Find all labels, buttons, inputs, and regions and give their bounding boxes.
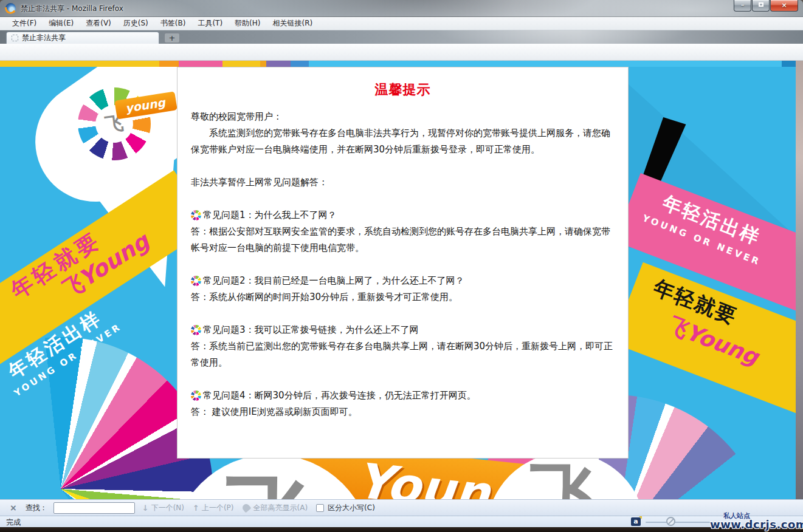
- notice-title: 温馨提示: [191, 81, 615, 99]
- pinwheel-bullet-icon: [191, 390, 201, 401]
- find-next-button[interactable]: 下一个(N): [151, 503, 184, 513]
- find-next-arrow-icon[interactable]: ↓: [142, 503, 149, 513]
- watermark-url: www.dcrjs.com: [710, 518, 803, 531]
- window-title: 禁止非法共享 - Mozilla Firefox: [21, 4, 123, 14]
- menu-help[interactable]: 帮助(H): [229, 17, 266, 30]
- menu-bar: 文件(F) 编辑(E) 查看(V) 历史(S) 书签(B) 工具(T) 帮助(H…: [0, 17, 803, 30]
- highlight-all-button[interactable]: 全部高亮显示(A): [253, 503, 308, 513]
- faq-item: 常见问题4：断网30分钟后，再次拨号连接，仍无法正常打开网页。 答： 建议使用I…: [191, 387, 615, 420]
- faq-item: 常见问题1：为什么我上不了网？ 答：根据公安部对互联网安全监管的要求，系统自动检…: [191, 207, 615, 256]
- page-viewport: 飞 young 年轻就要 飞Young 年轻活出样 YOUNG OR NEVER…: [0, 61, 803, 499]
- menu-file[interactable]: 文件(F): [6, 17, 43, 30]
- highlight-pen-icon[interactable]: [241, 503, 251, 513]
- top-color-stripe: [0, 61, 796, 67]
- notice-panel: 温馨提示 尊敬的校园宽带用户： 系统监测到您的宽带账号存在多台电脑非法共享行为，…: [177, 67, 629, 459]
- faq-item: 常见问题2：我目前已经是一台电脑上网了，为什么还上不了网？ 答：系统从你断网的时…: [191, 273, 615, 305]
- background-photo-strip: [796, 61, 803, 499]
- tab-favicon-placeholder-icon: [12, 35, 18, 41]
- find-prev-button[interactable]: 上一个(P): [202, 503, 234, 513]
- status-bar: 完成 a 私人站点 www.dcrjs.com: [0, 516, 803, 527]
- faq-question: 常见问题4：断网30分钟后，再次拨号连接，仍无法正常打开网页。: [203, 387, 476, 404]
- faq-question: 常见问题1：为什么我上不了网？: [203, 207, 337, 223]
- faq-heading: 非法共享暂停上网常见问题解答：: [191, 174, 615, 191]
- zoom-text-icon[interactable]: a: [631, 517, 641, 526]
- faq-question: 常见问题3：我可以正常拨号链接，为什么还上不了网: [203, 322, 419, 338]
- navigation-bar: ← → http://www.dcrjs.com/ ☆ ▼ ↻ ▼ Google…: [0, 44, 803, 61]
- zoom-slider-track[interactable]: [646, 522, 717, 523]
- menu-history[interactable]: 历史(S): [117, 17, 154, 30]
- greeting-text: 尊敬的校园宽带用户：: [191, 109, 615, 125]
- tab-label: 禁止非法共享: [22, 33, 66, 43]
- minimize-button[interactable]: –: [734, 0, 751, 12]
- faq-answer: 答：系统当前已监测出您的宽带账号存在多台电脑共享上网，请在断网30分钟后，重新拨…: [191, 338, 615, 371]
- match-case-checkbox[interactable]: [316, 504, 324, 512]
- findbar-label: 查找：: [26, 503, 47, 513]
- restore-button[interactable]: [752, 0, 770, 12]
- faq-question: 常见问题2：我目前已经是一台电脑上网了，为什么还上不了网？: [203, 273, 464, 289]
- find-prev-arrow-icon[interactable]: ↑: [193, 503, 199, 513]
- menu-related-links[interactable]: 相关链接(R): [266, 17, 319, 30]
- menu-bookmarks[interactable]: 书签(B): [154, 17, 192, 30]
- title-bar[interactable]: 禁止非法共享 - Mozilla Firefox – ×: [0, 0, 803, 17]
- faq-answer: 答：根据公安部对互联网安全监管的要求，系统自动检测到您的账号存在多台电脑共享上网…: [191, 223, 615, 256]
- window-bottom-edge: [0, 527, 803, 532]
- faq-answer: 答：系统从你断网的时间开始30分钟后，重新拨号才可正常使用。: [191, 289, 615, 305]
- match-case-label[interactable]: 区分大小写(C): [328, 503, 375, 513]
- intro-text: 系统监测到您的宽带账号存在多台电脑非法共享行为，现暂停对你的宽带账号提供上网服务…: [191, 125, 615, 158]
- menu-tools[interactable]: 工具(T): [191, 17, 229, 30]
- faq-answer: 答： 建议使用IE浏览器或刷新页面即可。: [191, 404, 615, 420]
- menu-view[interactable]: 查看(V): [80, 17, 117, 30]
- find-bar: × 查找： ↓ 下一个(N) ↑ 上一个(P) 全部高亮显示(A) 区分大小写(…: [0, 499, 803, 516]
- close-button[interactable]: ×: [770, 0, 798, 12]
- tab-active[interactable]: 禁止非法共享: [6, 32, 159, 44]
- new-tab-button[interactable]: +: [164, 33, 180, 43]
- browser-window: 禁止非法共享 - Mozilla Firefox – × 文件(F) 编辑(E)…: [0, 0, 803, 532]
- pinwheel-bullet-icon: [191, 276, 201, 286]
- status-text: 完成: [6, 517, 21, 528]
- findbar-close-icon[interactable]: ×: [10, 503, 17, 513]
- menu-edit[interactable]: 编辑(E): [43, 17, 80, 30]
- zoom-slider-knob[interactable]: [666, 517, 675, 526]
- watermark: 私人站点 www.dcrjs.com: [710, 511, 798, 531]
- tab-strip: 禁止非法共享 +: [0, 30, 803, 44]
- restore-icon: [759, 2, 763, 7]
- find-input[interactable]: [53, 502, 135, 514]
- faq-item: 常见问题3：我可以正常拨号链接，为什么还上不了网 答：系统当前已监测出您的宽带账…: [191, 322, 615, 371]
- pinwheel-bullet-icon: [191, 325, 201, 335]
- firefox-icon: [5, 3, 16, 13]
- pinwheel-bullet-icon: [191, 210, 201, 220]
